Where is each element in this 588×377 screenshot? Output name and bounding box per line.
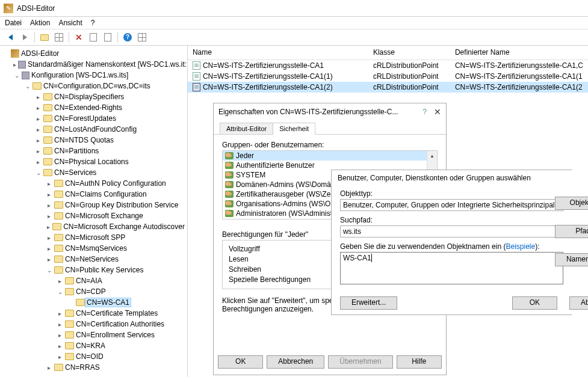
expand-icon[interactable]: ▸ bbox=[46, 224, 51, 230]
expand-icon[interactable]: ▸ bbox=[35, 115, 42, 122]
tree-item[interactable]: CN=Extended-Rights bbox=[54, 103, 122, 112]
apply-button[interactable]: Übernehmen bbox=[328, 355, 392, 369]
check-names-button[interactable]: Namen übe bbox=[555, 253, 588, 266]
tab-attribute-editor[interactable]: Attribut-Editor bbox=[220, 123, 273, 135]
help-button[interactable]: Hilfe bbox=[397, 355, 442, 369]
tab-security[interactable]: Sicherheit bbox=[273, 123, 315, 135]
cancel-button[interactable]: Abbrechen bbox=[267, 355, 324, 369]
forward-button[interactable] bbox=[18, 31, 31, 44]
tree-item[interactable]: CN=Microsoft Exchange Autodiscover bbox=[63, 222, 185, 231]
back-button[interactable] bbox=[4, 31, 17, 44]
tree-item[interactable]: CN=RRAS bbox=[65, 363, 100, 372]
tree-item[interactable]: CN=DisplaySpecifiers bbox=[54, 93, 124, 101]
expand-icon[interactable]: ▸ bbox=[46, 245, 52, 252]
expand-icon[interactable]: ▸ bbox=[35, 126, 42, 133]
tree-ctx1[interactable]: Standardmäßiger Namenskontext [WS-DC1.ws… bbox=[28, 60, 187, 69]
picker-cancel-button[interactable]: Abbrec bbox=[569, 296, 588, 310]
collapse-icon[interactable]: ⌄ bbox=[46, 267, 52, 274]
up-button[interactable] bbox=[38, 31, 51, 44]
picker-ok-button[interactable]: OK bbox=[512, 296, 557, 310]
tree-cfg[interactable]: CN=Configuration,DC=ws,DC=its bbox=[43, 82, 150, 90]
list-row[interactable]: CN=WS-ITS-Zertifizierungsstelle-CA1(1) c… bbox=[188, 71, 588, 82]
objecttypes-button[interactable]: Objekttyp bbox=[555, 197, 588, 210]
tree-item[interactable]: CN=Services bbox=[54, 168, 96, 177]
paths-button[interactable]: Pfade bbox=[555, 225, 588, 238]
menu-help[interactable]: ? bbox=[91, 19, 95, 27]
grid-icon[interactable] bbox=[135, 31, 149, 44]
col-def[interactable]: Definierter Name bbox=[450, 46, 588, 60]
expand-icon[interactable]: ▸ bbox=[35, 159, 42, 165]
group-row[interactable]: Authentifizierte Benutzer bbox=[223, 161, 437, 170]
expand-icon[interactable]: ▸ bbox=[57, 321, 63, 328]
collapse-icon[interactable]: ⌄ bbox=[13, 72, 20, 79]
menu-view[interactable]: Ansicht bbox=[58, 19, 82, 27]
tree-item[interactable]: CN=ForestUpdates bbox=[54, 114, 116, 123]
collapse-icon[interactable]: ⌄ bbox=[35, 170, 42, 176]
ok-button[interactable]: OK bbox=[218, 355, 263, 369]
help-button[interactable]: ? bbox=[121, 31, 134, 44]
group-row[interactable]: Jeder bbox=[223, 151, 437, 161]
scroll-up-icon[interactable]: ▲ bbox=[427, 151, 437, 161]
expand-icon[interactable]: ▸ bbox=[57, 354, 63, 360]
tree-item[interactable]: CN=KRA bbox=[76, 342, 105, 350]
tree-item[interactable]: CN=AIA bbox=[76, 277, 102, 285]
tree-item[interactable]: CN=MsmqServices bbox=[65, 244, 127, 253]
list-row[interactable]: CN=WS-ITS-Zertifizierungsstelle-CA1 cRLD… bbox=[188, 60, 588, 71]
col-name[interactable]: Name bbox=[188, 46, 368, 60]
page-icon[interactable] bbox=[87, 31, 100, 44]
dialog-tabs: Attribut-Editor Sicherheit bbox=[214, 123, 446, 135]
dialog-titlebar[interactable]: Eigenschaften von CN=WS-ITS-Zertifizieru… bbox=[214, 103, 446, 120]
tree-root[interactable]: ADSI-Editor bbox=[21, 49, 59, 58]
tree-item[interactable]: CN=Microsoft SPP bbox=[65, 233, 125, 242]
expand-icon[interactable]: ▸ bbox=[35, 94, 42, 100]
expand-icon[interactable]: ▸ bbox=[46, 180, 52, 187]
expand-icon[interactable]: ▸ bbox=[57, 332, 63, 339]
tree-item[interactable]: CN=Public Key Services bbox=[65, 266, 143, 274]
picker-advanced-button[interactable]: Erweitert... bbox=[340, 296, 397, 310]
expand-icon[interactable]: ▸ bbox=[35, 137, 42, 144]
properties-icon[interactable] bbox=[52, 31, 66, 44]
tree-pane[interactable]: ADSI-Editor ▸Standardmäßiger Namenskonte… bbox=[0, 46, 188, 377]
tree-item[interactable]: CN=Physical Locations bbox=[54, 158, 129, 166]
expand-icon[interactable]: ▸ bbox=[46, 234, 52, 241]
tree-item[interactable]: CN=NetServices bbox=[65, 255, 119, 263]
tree-ctx2[interactable]: Konfiguration [WS-DC1.ws.its] bbox=[31, 71, 128, 79]
refresh-icon[interactable] bbox=[101, 31, 114, 44]
expand-icon[interactable]: ▸ bbox=[46, 256, 52, 263]
tree-item[interactable]: CN=Certification Authorities bbox=[76, 320, 164, 328]
help-icon[interactable]: ? bbox=[422, 108, 427, 116]
expand-icon[interactable]: ▸ bbox=[46, 364, 52, 371]
delete-button[interactable]: ✕ bbox=[72, 31, 85, 44]
expand-icon[interactable]: ▸ bbox=[57, 310, 63, 317]
tree-item[interactable]: CN=Enrollment Services bbox=[76, 331, 155, 339]
tree-item[interactable]: CN=CDP bbox=[76, 287, 106, 296]
collapse-icon[interactable]: ⌄ bbox=[57, 289, 63, 295]
expand-icon[interactable]: ▸ bbox=[57, 278, 63, 284]
expand-icon[interactable]: ▸ bbox=[35, 148, 42, 155]
cell-klasse: cRLDistributionPoint bbox=[368, 72, 450, 81]
objectnames-input[interactable]: WS-CA1 bbox=[340, 252, 563, 284]
tree-item[interactable]: CN=OID bbox=[76, 352, 104, 361]
tree-item[interactable]: CN=NTDS Quotas bbox=[54, 136, 114, 144]
tree-item[interactable]: CN=Certificate Templates bbox=[76, 309, 158, 317]
expand-icon[interactable]: ▸ bbox=[46, 191, 52, 198]
collapse-icon[interactable]: ⌄ bbox=[24, 83, 31, 90]
tree-item[interactable]: CN=Group Key Distribution Service bbox=[65, 201, 178, 209]
expand-icon[interactable]: ▸ bbox=[13, 61, 16, 68]
examples-link[interactable]: Beispiele bbox=[506, 242, 535, 251]
tree-item[interactable]: CN=WS-CA1 bbox=[85, 298, 131, 307]
close-icon[interactable]: ✕ bbox=[434, 107, 441, 117]
expand-icon[interactable]: ▸ bbox=[46, 213, 52, 219]
expand-icon[interactable]: ▸ bbox=[35, 105, 42, 111]
col-klasse[interactable]: Klasse bbox=[368, 46, 450, 60]
expand-icon[interactable]: ▸ bbox=[57, 343, 63, 349]
menu-action[interactable]: Aktion bbox=[30, 19, 50, 27]
menu-file[interactable]: Datei bbox=[5, 19, 22, 27]
tree-item[interactable]: CN=Partitions bbox=[54, 147, 99, 155]
tree-item[interactable]: CN=LostAndFoundConfig bbox=[54, 125, 137, 133]
list-row[interactable]: CN=WS-ITS-Zertifizierungsstelle-CA1(2) c… bbox=[188, 82, 588, 93]
tree-item[interactable]: CN=Claims Configuration bbox=[65, 190, 147, 198]
tree-item[interactable]: CN=AuthN Policy Configuration bbox=[65, 179, 166, 188]
expand-icon[interactable]: ▸ bbox=[46, 202, 52, 209]
tree-item[interactable]: CN=Microsoft Exchange bbox=[65, 212, 143, 220]
